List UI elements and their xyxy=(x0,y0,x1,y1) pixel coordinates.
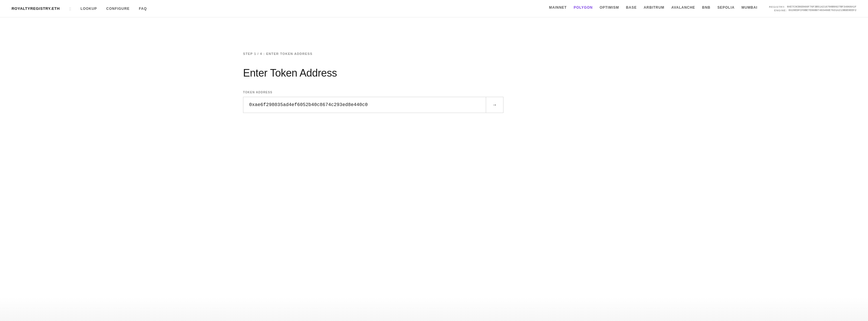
header-left: ROYALTYREGISTRY.ETH :: LOOKUP CONFIGURE … xyxy=(11,6,147,11)
form-section: TOKEN ADDRESS → xyxy=(243,91,503,113)
app-header: ROYALTYREGISTRY.ETH :: LOOKUP CONFIGURE … xyxy=(0,0,868,17)
registry-row: REGISTRY: 0XE7C9CB6D966F76F3B514216708B9… xyxy=(769,5,857,8)
network-optimism[interactable]: OPTIMISM xyxy=(599,5,619,9)
field-label: TOKEN ADDRESS xyxy=(243,91,503,94)
engine-label: ENGINE: xyxy=(774,9,787,12)
network-sepolia[interactable]: SEPOLIA xyxy=(717,5,734,9)
arrow-icon: → xyxy=(492,102,497,107)
engine-row: ENGINE: 0X28EDFCF0BE7E86B07493466E7631A2… xyxy=(774,9,857,12)
registry-address: 0XE7C9CB6D966F76F3B514216708B9927BF34968… xyxy=(787,5,857,8)
step-label: STEP 1 / 4 : ENTER TOKEN ADDRESS xyxy=(243,52,312,56)
token-address-input[interactable] xyxy=(243,97,486,113)
network-avalanche[interactable]: AVALANCHE xyxy=(671,5,695,9)
nav-lookup[interactable]: LOOKUP xyxy=(81,7,97,11)
network-base[interactable]: BASE xyxy=(626,5,637,9)
main-content: STEP 1 / 4 : ENTER TOKEN ADDRESS Enter T… xyxy=(231,17,637,130)
registry-label: REGISTRY: xyxy=(769,5,785,8)
token-address-input-row: → xyxy=(243,97,503,113)
registry-info: REGISTRY: 0XE7C9CB6D966F76F3B514216708B9… xyxy=(769,5,857,12)
network-bnb[interactable]: BNB xyxy=(702,5,711,9)
page-title: Enter Token Address xyxy=(243,67,337,79)
nav-configure[interactable]: CONFIGURE xyxy=(106,7,130,11)
network-polygon[interactable]: POLYGON xyxy=(574,5,593,9)
submit-button[interactable]: → xyxy=(486,97,503,113)
logo[interactable]: ROYALTYREGISTRY.ETH xyxy=(11,6,60,11)
network-arbitrum[interactable]: ARBITRUM xyxy=(644,5,664,9)
engine-address: 0X28EDFCF0BE7E86B07493466E7631A213BDE8EE… xyxy=(789,9,857,12)
network-mainnet[interactable]: MAINNET xyxy=(549,5,566,9)
header-divider: :: xyxy=(69,6,71,11)
bottom-gradient xyxy=(0,298,868,321)
nav-faq[interactable]: FAQ xyxy=(139,7,147,11)
network-links: MAINNET POLYGON OPTIMISM BASE ARBITRUM A… xyxy=(549,5,757,9)
header-right: MAINNET POLYGON OPTIMISM BASE ARBITRUM A… xyxy=(549,5,857,12)
network-mumbai[interactable]: MUMBAI xyxy=(742,5,757,9)
